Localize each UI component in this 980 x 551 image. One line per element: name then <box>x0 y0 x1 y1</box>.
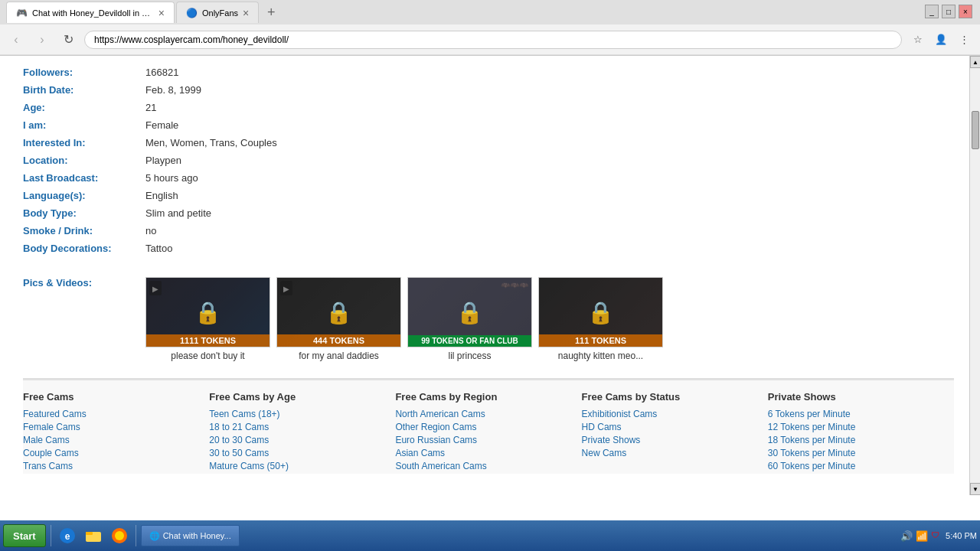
taskbar-window-label: Chat with Honey... <box>163 531 231 540</box>
new-tab-button[interactable]: + <box>260 2 282 23</box>
start-button[interactable]: Start <box>3 524 46 547</box>
taskbar-icon-ie[interactable]: e <box>56 524 79 547</box>
footer-link-other[interactable]: Other Region Cams <box>395 422 581 432</box>
footer-link-northam[interactable]: North American Cams <box>395 409 581 419</box>
forward-button[interactable]: › <box>32 30 52 50</box>
scroll-down-button[interactable]: ▼ <box>970 483 980 495</box>
browser-chrome: 🎮 Chat with Honey_Devildoll in a Live / … <box>0 0 980 56</box>
media-title-3: lil princess <box>448 350 491 361</box>
followers-value: 166821 <box>145 67 178 78</box>
taskbar-sep-2 <box>136 525 136 546</box>
media-title-2: for my anal daddies <box>299 350 379 361</box>
svg-point-5 <box>115 531 124 540</box>
volume-icon[interactable]: 📶 <box>916 530 928 542</box>
reload-button[interactable]: ↻ <box>58 30 78 50</box>
location-value: Playpen <box>145 155 181 166</box>
location-row: Location: Playpen <box>23 152 969 169</box>
minimize-button[interactable]: _ <box>925 5 939 18</box>
lock-icon-1: 🔒 <box>194 300 221 325</box>
media-thumb-1[interactable]: 🔒 1111 TOKENS <box>145 277 270 347</box>
footer-heading-bystatus: Free Cams by Status <box>582 391 768 403</box>
scroll-thumb[interactable] <box>972 111 979 149</box>
tab2-favicon: 🔵 <box>186 8 198 18</box>
iam-value: Female <box>145 119 178 131</box>
token-badge-1: 1111 TOKENS <box>146 334 270 347</box>
footer-link-60tok[interactable]: 60 Tokens per Minute <box>768 461 954 471</box>
nav-bar: ‹ › ↻ ☆ 👤 ⋮ <box>0 24 980 55</box>
page-content: Followers: 166821 Birth Date: Feb. 8, 19… <box>0 56 969 495</box>
interested-row: Interested In: Men, Women, Trans, Couple… <box>23 134 969 152</box>
footer-link-18tok[interactable]: 18 Tokens per Minute <box>768 435 954 445</box>
language-label: Language(s): <box>23 190 145 201</box>
footer-link-new[interactable]: New Cams <box>582 448 768 458</box>
followers-label: Followers: <box>23 67 145 78</box>
footer-link-trans[interactable]: Trans Cams <box>23 461 209 471</box>
footer-link-featured[interactable]: Featured Cams <box>23 409 209 419</box>
footer-link-20to30[interactable]: 20 to 30 Cams <box>209 435 395 445</box>
footer-link-private[interactable]: Private Shows <box>582 435 768 445</box>
taskbar-separator <box>51 525 51 546</box>
media-item-3[interactable]: 🦇🦇🦇 🔒 99 TOKENS OR FAN CLUB lil princess <box>407 277 532 361</box>
footer-link-asian[interactable]: Asian Cams <box>395 448 581 458</box>
taskbar-icon-firefox[interactable] <box>108 524 131 547</box>
footer-link-euro[interactable]: Euro Russian Cams <box>395 435 581 445</box>
scroll-up-button[interactable]: ▲ <box>970 56 980 68</box>
birthdate-value: Feb. 8, 1999 <box>145 84 201 96</box>
broadcast-label: Last Broadcast: <box>23 172 145 184</box>
footer-col-byregion: Free Cams by Region North American Cams … <box>395 391 581 474</box>
token-badge-2: 444 TOKENS <box>277 334 400 347</box>
back-button[interactable]: ‹ <box>6 30 26 50</box>
footer: Free Cams Featured Cams Female Cams Male… <box>23 379 954 474</box>
footer-link-18to21[interactable]: 18 to 21 Cams <box>209 422 395 432</box>
footer-link-female[interactable]: Female Cams <box>23 422 209 432</box>
menu-icon[interactable]: ⋮ <box>954 30 974 50</box>
security-icon[interactable]: 🛡 <box>931 530 939 542</box>
token-badge-4: 111 TOKENS <box>539 334 662 347</box>
media-thumb-2[interactable]: 🔒 444 TOKENS <box>276 277 401 347</box>
media-thumb-4[interactable]: 🔒 111 TOKENS <box>538 277 663 347</box>
media-item-2[interactable]: 🔒 444 TOKENS for my anal daddies <box>276 277 401 361</box>
footer-link-mature[interactable]: Mature Cams (50+) <box>209 461 395 471</box>
bodytype-value: Slim and petite <box>145 207 211 219</box>
tab-onlyfans[interactable]: 🔵 OnlyFans × <box>176 2 259 23</box>
footer-link-12tok[interactable]: 12 Tokens per Minute <box>768 422 954 432</box>
followers-row: Followers: 166821 <box>23 64 969 81</box>
media-thumb-3[interactable]: 🦇🦇🦇 🔒 99 TOKENS OR FAN CLUB <box>407 277 532 347</box>
footer-link-30tok[interactable]: 30 Tokens per Minute <box>768 448 954 458</box>
tab2-close[interactable]: × <box>243 7 249 19</box>
footer-heading-private: Private Shows <box>768 391 954 403</box>
taskbar-window-chat[interactable]: 🌐 Chat with Honey... <box>141 525 240 546</box>
footer-link-exhib[interactable]: Exhibitionist Cams <box>582 409 768 419</box>
media-item-1[interactable]: 🔒 1111 TOKENS please don't buy it <box>145 277 270 361</box>
footer-link-southam[interactable]: South American Cams <box>395 461 581 471</box>
interested-label: Interested In: <box>23 137 145 148</box>
media-title-1: please don't buy it <box>171 350 244 361</box>
maximize-button[interactable]: □ <box>942 5 956 18</box>
scrollbar[interactable]: ▲ ▼ <box>969 56 980 495</box>
interested-value: Men, Women, Trans, Couples <box>145 137 277 148</box>
network-icon[interactable]: 🔊 <box>900 530 913 542</box>
close-button[interactable]: × <box>959 5 972 18</box>
broadcast-row: Last Broadcast: 5 hours ago <box>23 169 969 187</box>
taskbar-icon-folder[interactable] <box>82 524 105 547</box>
profile-table: Followers: 166821 Birth Date: Feb. 8, 19… <box>23 64 969 257</box>
account-icon[interactable]: 👤 <box>931 30 951 50</box>
bodytype-label: Body Type: <box>23 207 145 219</box>
bookmark-icon[interactable]: ☆ <box>908 30 928 50</box>
footer-link-30to50[interactable]: 30 to 50 Cams <box>209 448 395 458</box>
smokedrink-value: no <box>145 225 156 236</box>
address-bar[interactable] <box>84 31 902 49</box>
footer-link-couple[interactable]: Couple Cams <box>23 448 209 458</box>
footer-link-teen[interactable]: Teen Cams (18+) <box>209 409 395 419</box>
media-item-4[interactable]: 🔒 111 TOKENS naughty kitten meo... <box>538 277 663 361</box>
tab-cosplayercam[interactable]: 🎮 Chat with Honey_Devildoll in a Live / … <box>6 2 175 23</box>
svg-rect-3 <box>86 532 93 535</box>
footer-link-hd[interactable]: HD Cams <box>582 422 768 432</box>
footer-link-6tok[interactable]: 6 Tokens per Minute <box>768 409 954 419</box>
footer-col-private: Private Shows 6 Tokens per Minute 12 Tok… <box>768 391 954 474</box>
pics-videos-row: Pics & Videos: 🔒 1111 TOKENS please don'… <box>23 272 969 366</box>
footer-link-male[interactable]: Male Cams <box>23 435 209 445</box>
media-title-4: naughty kitten meo... <box>558 350 643 361</box>
smokedrink-row: Smoke / Drink: no <box>23 222 969 240</box>
tab1-close[interactable]: × <box>158 7 165 19</box>
